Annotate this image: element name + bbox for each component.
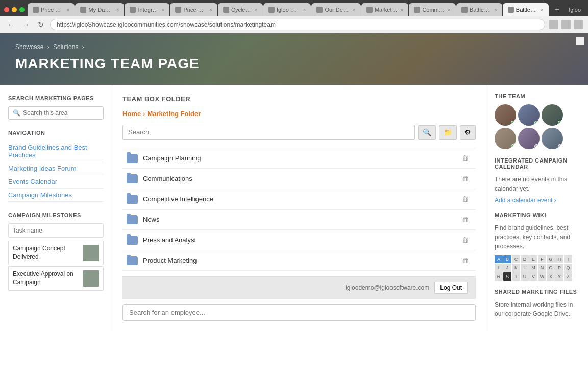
- browser-tab-7[interactable]: Marketing ...×: [361, 3, 408, 16]
- bookmark-icon[interactable]: [549, 20, 558, 29]
- folder-delete-icon[interactable]: 🗑: [459, 256, 472, 265]
- browser-tab-6[interactable]: Our Decent...×: [311, 3, 360, 16]
- browser-tab-9[interactable]: Battle Car...×: [456, 3, 502, 16]
- tab-close-icon[interactable]: ×: [353, 7, 356, 13]
- tab-close-icon[interactable]: ×: [401, 7, 404, 13]
- browser-tab-10[interactable]: Battle Car...×: [503, 3, 549, 16]
- folder-delete-icon[interactable]: 🗑: [459, 194, 472, 204]
- new-tab-button[interactable]: +: [552, 5, 562, 14]
- add-calendar-event-link[interactable]: Add a calendar event ›: [495, 197, 556, 204]
- team-avatar-1[interactable]: [495, 104, 516, 126]
- task-name-input[interactable]: [8, 223, 104, 238]
- alpha-btn-L[interactable]: L: [521, 264, 529, 272]
- close-window-button[interactable]: [4, 7, 9, 12]
- tab-close-icon[interactable]: ×: [209, 7, 212, 13]
- alpha-btn-P[interactable]: P: [555, 264, 564, 272]
- alpha-btn-I[interactable]: I: [495, 264, 503, 272]
- alpha-btn-C[interactable]: C: [512, 255, 520, 263]
- team-avatar-2[interactable]: [518, 104, 540, 126]
- alpha-btn-O[interactable]: O: [547, 264, 555, 272]
- alpha-btn-S[interactable]: S: [503, 272, 511, 281]
- breadcrumb-solutions[interactable]: Solutions: [53, 43, 78, 51]
- folder-item[interactable]: Competitive Intelligence🗑: [122, 189, 476, 210]
- page-title: MARKETING TEAM PAGE: [15, 56, 573, 72]
- file-search-button[interactable]: 🔍: [418, 125, 436, 140]
- browser-tab-5[interactable]: Igloo Nove...×: [263, 3, 311, 16]
- folder-item[interactable]: Campaign Planning🗑: [122, 148, 476, 169]
- browser-tab-0[interactable]: Price Guid...×: [28, 3, 75, 16]
- milestone-item-0[interactable]: Campaign Concept Delivered: [8, 241, 104, 265]
- tab-close-icon[interactable]: ×: [162, 7, 165, 13]
- alpha-btn-Y[interactable]: Y: [555, 272, 564, 281]
- forward-button[interactable]: →: [20, 19, 32, 30]
- team-avatar-3[interactable]: [542, 104, 563, 126]
- folder-breadcrumb-current[interactable]: Marketing Folder: [147, 110, 201, 118]
- alpha-btn-U[interactable]: U: [521, 272, 529, 281]
- alpha-btn-A[interactable]: A: [495, 255, 503, 263]
- team-avatar-4[interactable]: [495, 128, 516, 149]
- alpha-btn-W[interactable]: W: [538, 272, 546, 281]
- folder-breadcrumb-home[interactable]: Home: [122, 110, 141, 118]
- tab-close-icon[interactable]: ×: [67, 7, 70, 13]
- alpha-btn-X[interactable]: X: [547, 272, 555, 281]
- search-input[interactable]: [23, 109, 99, 117]
- nav-link-3[interactable]: Campaign Milestones: [8, 189, 104, 202]
- milestone-item-1[interactable]: Executive Approval on Campaign: [8, 266, 104, 291]
- alpha-btn-T[interactable]: T: [512, 272, 520, 281]
- browser-tab-2[interactable]: Integratio...×: [125, 3, 169, 16]
- nav-link-1[interactable]: Marketing Ideas Forum: [8, 162, 104, 175]
- browser-tab-1[interactable]: My Dashbo...×: [75, 3, 124, 16]
- nav-link-2[interactable]: Events Calendar: [8, 175, 104, 189]
- logout-button[interactable]: Log Out: [434, 282, 468, 294]
- tab-close-icon[interactable]: ×: [494, 7, 497, 13]
- alpha-btn-Q[interactable]: Q: [564, 264, 572, 272]
- alpha-btn-B[interactable]: B: [503, 255, 511, 263]
- file-search-input[interactable]: [122, 125, 415, 140]
- url-bar[interactable]: https://iglooShowcase.igloocommunities.c…: [50, 19, 545, 30]
- minimize-window-button[interactable]: [12, 7, 17, 12]
- extensions-icon[interactable]: [561, 20, 571, 29]
- folder-item[interactable]: Press and Analyst🗑: [122, 230, 476, 250]
- file-settings-button[interactable]: ⚙: [460, 125, 476, 140]
- folder-delete-icon[interactable]: 🗑: [459, 215, 472, 224]
- nav-link-0[interactable]: Brand Guidelines and Best Practices: [8, 141, 104, 162]
- breadcrumb-showcase[interactable]: Showcase: [15, 43, 43, 51]
- search-box[interactable]: 🔍: [8, 106, 104, 120]
- alpha-btn-G[interactable]: G: [547, 255, 555, 263]
- tab-close-icon[interactable]: ×: [255, 7, 258, 13]
- folder-delete-icon[interactable]: 🗑: [459, 174, 472, 183]
- folder-item[interactable]: Product Marketing🗑: [122, 250, 476, 271]
- folder-delete-icon[interactable]: 🗑: [459, 153, 472, 163]
- alpha-btn-J[interactable]: J: [503, 264, 511, 272]
- tab-close-icon[interactable]: ×: [303, 7, 306, 13]
- browser-tab-4[interactable]: Cycle 11 ...×: [218, 3, 263, 16]
- menu-icon[interactable]: [574, 20, 583, 29]
- alpha-btn-V[interactable]: V: [529, 272, 537, 281]
- back-button[interactable]: ←: [5, 19, 16, 30]
- team-avatar-5[interactable]: [518, 128, 540, 149]
- alpha-btn-I[interactable]: I: [564, 255, 572, 263]
- tab-close-icon[interactable]: ×: [448, 7, 451, 13]
- folder-delete-icon[interactable]: 🗑: [459, 235, 472, 245]
- file-upload-button[interactable]: 📁: [439, 125, 457, 140]
- alpha-btn-D[interactable]: D: [521, 255, 529, 263]
- alpha-btn-E[interactable]: E: [529, 255, 537, 263]
- team-avatar-6[interactable]: [542, 128, 563, 149]
- alpha-btn-M[interactable]: M: [529, 264, 537, 272]
- alpha-btn-F[interactable]: F: [538, 255, 546, 263]
- alpha-btn-K[interactable]: K: [512, 264, 520, 272]
- employee-search-input[interactable]: [122, 304, 476, 321]
- alpha-btn-R[interactable]: R: [495, 272, 503, 281]
- alpha-btn-Z[interactable]: Z: [564, 272, 572, 281]
- maximize-window-button[interactable]: [19, 7, 24, 12]
- browser-tab-8[interactable]: Communit...×: [409, 3, 455, 16]
- breadcrumb: Showcase › Solutions ›: [15, 43, 573, 51]
- alpha-btn-N[interactable]: N: [538, 264, 546, 272]
- tab-close-icon[interactable]: ×: [541, 7, 544, 13]
- browser-tab-3[interactable]: Price Guid...×: [170, 3, 217, 16]
- refresh-button[interactable]: ↻: [36, 19, 46, 30]
- folder-item[interactable]: News🗑: [122, 210, 476, 230]
- folder-item[interactable]: Communications🗑: [122, 169, 476, 189]
- alpha-btn-H[interactable]: H: [555, 255, 564, 263]
- tab-close-icon[interactable]: ×: [116, 7, 119, 13]
